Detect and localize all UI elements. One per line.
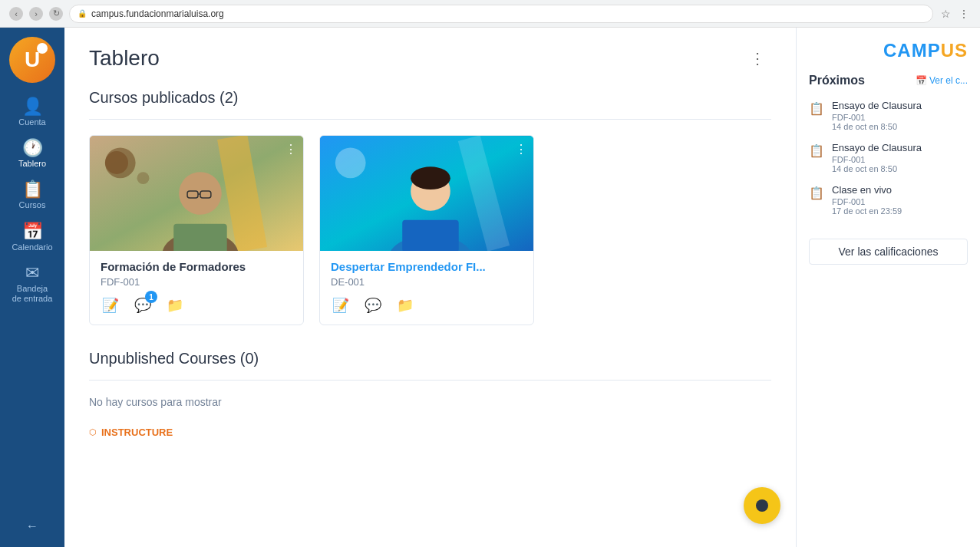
upcoming-date-2: 17 de oct en 23:59 [832,206,902,216]
campus-p: P [928,40,941,61]
sidebar-collapse-button[interactable]: ← [23,513,41,539]
refresh-button[interactable]: ↻ [49,7,63,21]
star-button[interactable]: ☆ [939,6,952,21]
back-button[interactable]: ‹ [9,7,23,21]
unpublished-courses-title: Unpublished Courses (0) [89,350,771,367]
upcoming-title-1: Ensayo de Clausura [832,142,922,153]
upcoming-date-1: 14 de oct en 8:50 [832,164,922,173]
card-menu-button-de[interactable]: ⋮ [515,142,527,157]
view-all-label: Ver el c... [929,75,968,86]
upcoming-item-1: 📋 Ensayo de Clausura FDF-001 14 de oct e… [809,142,968,173]
sidebar-label-bandeja: Bandejade entrada [12,284,53,304]
discussions-button-de[interactable]: 💬 [363,295,383,315]
sidebar-label-cuenta: Cuenta [18,117,45,127]
sidebar-item-bandeja[interactable]: ✉ Bandejade entrada [0,259,64,310]
app-container: U 👤 Cuenta 🕐 Tablero 📋 Cursos 📅 Calendar… [0,28,980,547]
account-icon: 👤 [22,98,43,115]
sidebar-item-calendario[interactable]: 📅 Calendario [0,217,64,259]
course-card-body-de: Despertar Emprendedor FI... DE-001 📝 💬 📁 [320,251,533,325]
upcoming-icon-1: 📋 [809,143,824,158]
assignments-button-fdf[interactable]: 📝 [101,295,120,315]
upcoming-icon-2: 📋 [809,186,824,200]
upcoming-details-0: Ensayo de Clausura FDF-001 14 de oct en … [832,100,922,131]
published-courses-title: Cursos publicados (2) [89,89,771,107]
no-courses-message: No hay cursos para mostrar [89,396,771,408]
published-courses-section: Cursos publicados (2) [89,89,771,325]
card-background-fdf: ⋮ [90,136,303,251]
chat-bubble[interactable] [744,487,780,524]
logo-circle: U [9,37,55,83]
upcoming-icon-0: 📋 [809,101,824,116]
svg-point-2 [137,172,150,184]
header-more-button[interactable]: ⋮ [744,46,771,71]
upcoming-course-2: FDF-001 [832,197,902,206]
course-code-de: DE-001 [331,276,523,288]
campus-s: S [955,40,968,61]
sidebar-item-cuenta[interactable]: 👤 Cuenta [0,92,64,133]
sidebar-label-cursos: Cursos [19,200,46,210]
campus-u: U [941,40,955,61]
inbox-icon: ✉ [25,265,39,282]
sidebar-item-cursos[interactable]: 📋 Cursos [0,175,64,216]
view-grades-button[interactable]: Ver las calificaciones [809,239,968,265]
courses-grid: ⋮ Formación de Formadores FDF-001 📝 💬 [89,135,771,325]
svg-rect-9 [173,224,227,251]
upcoming-item-0: 📋 Ensayo de Clausura FDF-001 14 de oct e… [809,100,968,131]
upcoming-title-2: Clase en vivo [832,184,902,196]
upcoming-details-1: Ensayo de Clausura FDF-001 14 de oct en … [832,142,922,173]
section-divider-1 [89,119,771,120]
dashboard-icon: 🕐 [22,140,43,157]
campus-a: A [897,40,911,61]
sidebar: U 👤 Cuenta 🕐 Tablero 📋 Cursos 📅 Calendar… [0,28,64,547]
files-button-de[interactable]: 📁 [395,295,415,315]
assignment-icon-de: 📝 [332,297,349,314]
course-card-fdf[interactable]: ⋮ Formación de Formadores FDF-001 📝 💬 [89,135,304,325]
course-card-image-fdf: ⋮ [90,136,303,251]
course-card-de[interactable]: ⋮ Despertar Emprendedor FI... DE-001 📝 💬 [319,135,534,325]
campus-logo: CAMPUS [883,40,968,61]
course-actions-de: 📝 💬 📁 [331,295,523,315]
address-bar[interactable]: 🔒 campus.fundacionmarialuisa.org [69,5,933,23]
calendar-icon: 📅 [22,223,43,240]
upcoming-item-2: 📋 Clase en vivo FDF-001 17 de oct en 23:… [809,184,968,216]
unpublished-courses-section: Unpublished Courses (0) No hay cursos pa… [89,350,771,408]
svg-point-11 [335,147,366,178]
svg-point-15 [411,166,450,189]
files-button-fdf[interactable]: 📁 [165,295,185,315]
assignment-icon-fdf: 📝 [102,297,119,314]
sidebar-logo[interactable]: U [0,28,64,92]
section-divider-2 [89,380,771,381]
upcoming-course-0: FDF-001 [832,113,922,122]
upcoming-details-2: Clase en vivo FDF-001 17 de oct en 23:59 [832,184,902,216]
course-name-fdf: Formación de Formadores [101,260,292,273]
courses-icon: 📋 [22,181,43,198]
course-name-de: Despertar Emprendedor FI... [331,260,523,273]
sidebar-label-calendario: Calendario [12,242,52,252]
page-header: Tablero ⋮ [89,46,771,71]
card-menu-button-fdf[interactable]: ⋮ [285,142,297,157]
calendar-small-icon: 📅 [916,75,927,86]
browser-bar: ‹ › ↻ 🔒 campus.fundacionmarialuisa.org ☆… [0,0,980,28]
options-button[interactable]: ⋮ [957,6,971,21]
right-panel: CAMPUS Próximos 📅 Ver el c... 📋 Ensayo d… [796,28,980,547]
discussions-button-fdf[interactable]: 💬 1 [133,295,153,315]
instructure-label: INSTRUCTURE [101,427,173,438]
instructure-icon: ⬡ [89,427,97,437]
upcoming-title-0: Ensayo de Clausura [832,100,922,111]
sidebar-bottom: ← [23,513,41,539]
course-actions-fdf: 📝 💬 1 📁 [101,295,292,315]
collapse-icon: ← [26,519,38,533]
svg-rect-16 [402,220,458,251]
chat-bubble-dot [756,499,768,512]
card-decoration-dot-fdf [105,151,128,174]
forward-button[interactable]: › [29,7,43,21]
course-card-body-fdf: Formación de Formadores FDF-001 📝 💬 1 [90,251,303,325]
course-card-image-de: ⋮ [320,136,533,251]
page-title: Tablero [89,46,160,71]
view-all-button[interactable]: 📅 Ver el c... [916,75,968,86]
assignments-button-de[interactable]: 📝 [331,295,351,315]
sidebar-item-tablero[interactable]: 🕐 Tablero [0,133,64,175]
folder-icon-de: 📁 [397,297,414,314]
upcoming-course-1: FDF-001 [832,155,922,164]
campus-c: C [883,40,897,61]
